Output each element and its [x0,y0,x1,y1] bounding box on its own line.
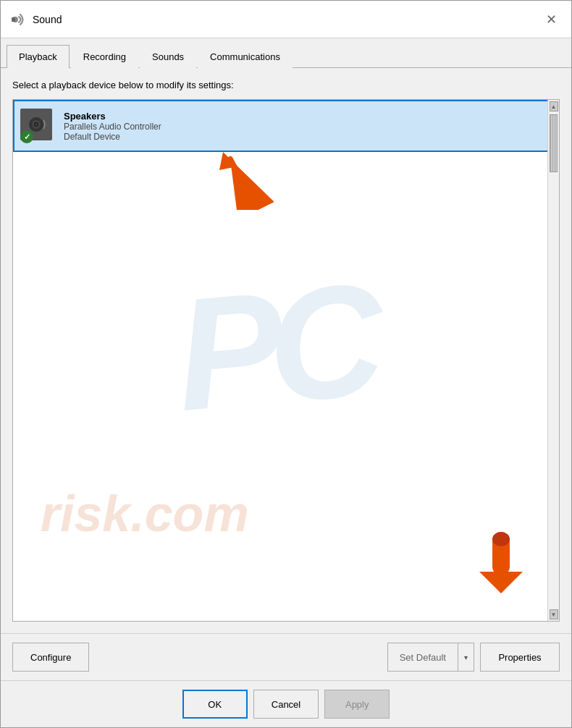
set-default-button-group[interactable]: Set Default ▾ [387,643,474,672]
properties-button[interactable]: Properties [480,643,560,672]
device-name: Speakers [64,111,552,122]
tab-bar: Playback Recording Sounds Communications [1,38,571,68]
arrow-down-icon [472,525,530,597]
scrollbar-thumb[interactable] [550,114,558,172]
device-list: ✓ Speakers Parallels Audio Controller De… [13,100,559,621]
tab-recording[interactable]: Recording [71,45,138,68]
sound-icon [9,11,27,28]
action-buttons: Configure Set Default ▾ Properties [1,633,571,680]
device-status: Default Device [64,132,552,142]
apply-button[interactable]: Apply [324,690,390,719]
tab-communications[interactable]: Communications [198,45,293,68]
footer-buttons: OK Cancel Apply [1,680,571,727]
arrow-annotation-down [472,525,530,599]
svg-rect-12 [492,532,510,546]
close-button[interactable]: ✕ [539,8,563,31]
device-item-speakers[interactable]: ✓ Speakers Parallels Audio Controller De… [13,100,559,152]
device-list-container: ✓ Speakers Parallels Audio Controller De… [12,99,560,622]
device-info: Speakers Parallels Audio Controller Defa… [64,111,552,142]
tab-playback[interactable]: Playback [7,45,70,68]
scrollbar[interactable]: ▲ ▼ [547,100,559,621]
configure-button[interactable]: Configure [12,643,89,672]
svg-point-6 [35,124,37,125]
instruction-text: Select a playback device below to modify… [12,80,560,90]
device-icon-container: ✓ [20,109,55,143]
set-default-dropdown[interactable]: ▾ [458,643,474,671]
default-check-badge: ✓ [20,130,33,143]
cancel-button[interactable]: Cancel [253,690,319,719]
content-area: Select a playback device below to modify… [1,68,571,633]
ok-button[interactable]: OK [182,690,248,719]
svg-rect-1 [12,17,15,22]
window-title: Sound [33,14,539,25]
sound-dialog: Sound ✕ Playback Recording Sounds Commun… [0,0,572,728]
tab-sounds[interactable]: Sounds [140,45,196,68]
device-controller: Parallels Audio Controller [64,122,552,132]
set-default-button[interactable]: Set Default [388,643,458,671]
svg-marker-11 [479,572,523,593]
arrow-up-icon [216,145,274,210]
title-bar: Sound ✕ [1,1,571,38]
